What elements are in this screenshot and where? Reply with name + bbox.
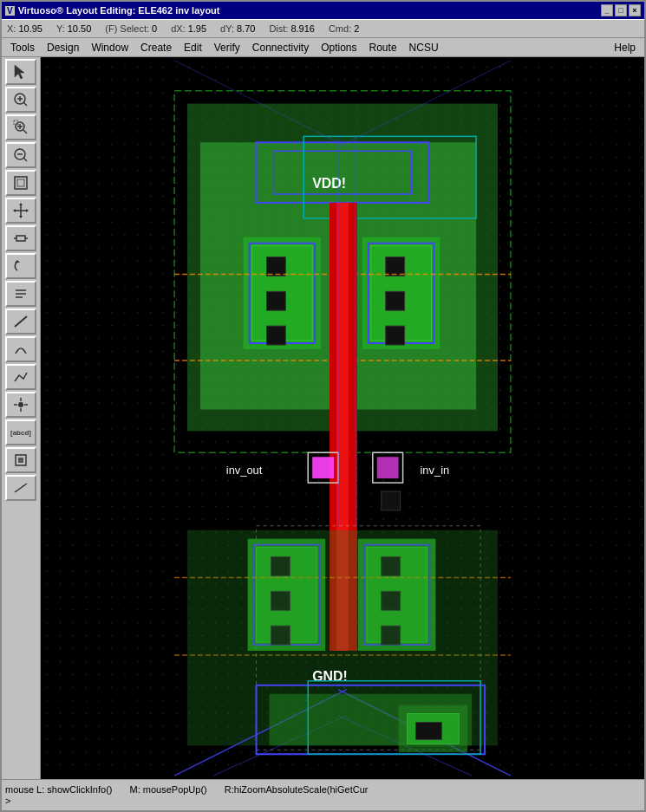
svg-rect-70 [377, 457, 399, 478]
dist-coord: Dist: 8.916 [269, 23, 315, 34]
svg-rect-59 [386, 257, 405, 276]
svg-marker-24 [15, 260, 20, 263]
title-bar-left: V Virtuoso® Layout Editing: ELE462 inv l… [5, 5, 220, 16]
toolbar: [abcd] [2, 57, 41, 779]
canvas-area[interactable]: VDD! [41, 57, 644, 779]
via-tool[interactable] [5, 447, 36, 473]
svg-rect-60 [386, 291, 405, 310]
title-bar: V Virtuoso® Layout Editing: ELE462 inv l… [2, 2, 644, 19]
menu-route[interactable]: Route [364, 41, 402, 55]
svg-rect-99 [416, 722, 442, 739]
minimize-button[interactable]: _ [601, 4, 613, 16]
menu-help[interactable]: Help [609, 41, 641, 55]
zoom-in-area-tool[interactable] [5, 114, 36, 140]
main-area: [abcd] [2, 57, 644, 779]
svg-rect-21 [16, 236, 25, 241]
status-bar: mouse L: showClickInfo() M: mousePopUp()… [2, 779, 644, 810]
draw-arc-tool[interactable] [5, 336, 36, 362]
svg-line-4 [23, 102, 27, 106]
svg-rect-54 [267, 291, 286, 310]
zoom-fit-tool[interactable] [5, 170, 36, 196]
menu-connectivity[interactable]: Connectivity [247, 41, 314, 55]
mouse-right-status: R:hiZoomAbsoluteScale(hiGetCur [225, 784, 369, 795]
svg-marker-19 [13, 209, 16, 212]
y-coord: Y: 10.50 [56, 23, 91, 34]
app-window: V Virtuoso® Layout Editing: ELE462 inv l… [0, 0, 646, 812]
svg-rect-35 [18, 458, 23, 463]
status-line1: mouse L: showClickInfo() M: mousePopUp()… [5, 784, 641, 795]
select-count: (F) Select: 0 [105, 23, 157, 34]
dy-coord: dY: 8.70 [220, 23, 255, 34]
svg-rect-14 [17, 179, 24, 186]
x-coord: X: 10.95 [7, 23, 42, 34]
svg-marker-17 [19, 203, 23, 205]
draw-line-tool[interactable] [5, 309, 36, 335]
svg-rect-72 [382, 491, 401, 510]
menu-verify[interactable]: Verify [209, 41, 245, 55]
cmd-coord: Cmd: 2 [329, 23, 359, 34]
svg-line-12 [23, 158, 27, 161]
menu-options[interactable]: Options [316, 41, 362, 55]
svg-point-29 [18, 402, 23, 407]
svg-text:inv_in: inv_in [420, 464, 449, 477]
maximize-button[interactable]: □ [615, 4, 627, 16]
select-tool[interactable] [5, 59, 36, 85]
menu-window[interactable]: Window [86, 41, 134, 55]
svg-rect-55 [267, 326, 286, 345]
draw-custom-tool[interactable] [5, 364, 36, 390]
layout-canvas: VDD! [41, 57, 644, 779]
menu-tools[interactable]: Tools [5, 41, 40, 55]
svg-rect-13 [15, 177, 27, 189]
ruler-tool[interactable] [5, 475, 36, 501]
zoom-out-tool[interactable] [5, 142, 36, 168]
svg-rect-53 [267, 257, 286, 276]
label-tool[interactable]: [abcd] [5, 419, 36, 445]
status-prompt: > [5, 796, 641, 806]
svg-rect-67 [312, 457, 334, 478]
menu-ncsu[interactable]: NCSU [404, 41, 444, 55]
svg-rect-61 [386, 326, 405, 345]
pan-tool[interactable] [5, 198, 36, 224]
stretch-tool[interactable] [5, 225, 36, 251]
svg-text:inv_out: inv_out [226, 464, 263, 477]
mouse-middle-status: M: mousePopUp() [130, 784, 207, 795]
undo-tool[interactable] [5, 253, 36, 279]
svg-marker-20 [26, 209, 29, 212]
menu-edit[interactable]: Edit [179, 41, 207, 55]
svg-text:VDD!: VDD! [312, 176, 346, 191]
svg-marker-0 [15, 65, 24, 79]
close-button[interactable]: × [629, 4, 641, 16]
menu-create[interactable]: Create [135, 41, 177, 55]
mouse-left-status: mouse L: showClickInfo() [5, 784, 113, 795]
app-icon: V [5, 6, 15, 16]
zoom-in-tool[interactable] [5, 87, 36, 113]
window-title: Virtuoso® Layout Editing: ELE462 inv lay… [18, 5, 220, 16]
svg-marker-18 [19, 216, 23, 218]
svg-line-8 [23, 130, 27, 133]
coords-bar: X: 10.95 Y: 10.50 (F) Select: 0 dX: 1.95… [2, 19, 644, 38]
dx-coord: dX: 1.95 [171, 23, 206, 34]
property-tool[interactable] [5, 281, 36, 307]
menu-design[interactable]: Design [42, 41, 84, 55]
menu-bar: Tools Design Window Create Edit Verify C… [2, 38, 644, 57]
svg-line-28 [15, 316, 27, 327]
title-controls: _ □ × [601, 4, 641, 16]
snap-tool[interactable] [5, 392, 36, 418]
